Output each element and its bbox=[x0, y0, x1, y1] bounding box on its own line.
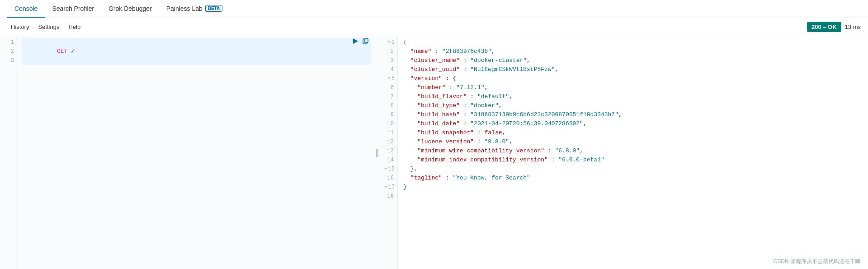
resp-line-1: { bbox=[403, 38, 863, 47]
settings-button[interactable]: Settings bbox=[34, 22, 63, 32]
editor-line-numbers: 1 2 3 bbox=[0, 36, 18, 269]
resp-line-7: "build_flavor" : "default", bbox=[403, 92, 863, 101]
watermark: CSDN @程序员不去敲代码还在干嘛 bbox=[773, 258, 861, 265]
panel-divider[interactable]: ‖ bbox=[375, 148, 379, 158]
resp-line-5: "version" : { bbox=[403, 74, 863, 83]
status-time: 13 ms bbox=[845, 24, 861, 30]
resp-line-9: "build_hash" : "3186837139b9c6b6d23c3200… bbox=[403, 110, 863, 119]
editor-line-3 bbox=[22, 74, 371, 83]
resp-line-13: "minimum_wire_compatibility_version" : "… bbox=[403, 146, 863, 156]
resp-line-num-12: 12 bbox=[375, 137, 397, 146]
editor-content[interactable]: 1 2 3 GET / bbox=[0, 36, 375, 269]
resp-line-num-5: ▾5 bbox=[375, 74, 397, 83]
resp-line-num-1: ▾1 bbox=[375, 38, 397, 47]
history-button[interactable]: History bbox=[7, 22, 33, 32]
run-icon[interactable] bbox=[352, 38, 359, 47]
resp-line-18 bbox=[403, 192, 863, 201]
response-code: { "name" : "2f883976c438", "cluster_name… bbox=[398, 36, 868, 269]
editor-line-2 bbox=[22, 65, 371, 74]
svg-marker-0 bbox=[353, 38, 358, 44]
resp-line-2: "name" : "2f883976c438", bbox=[403, 47, 863, 56]
resp-line-num-2: 2 bbox=[375, 47, 397, 56]
line-num-1: 1 bbox=[0, 38, 18, 47]
resp-line-num-7: 7 bbox=[375, 92, 397, 101]
copy-icon[interactable] bbox=[362, 38, 369, 47]
secondary-toolbar: History Settings Help 200 – OK 13 ms bbox=[0, 18, 868, 36]
resp-line-12: "lucene_version" : "8.8.0", bbox=[403, 137, 863, 146]
resp-line-3: "cluster_name" : "docker-cluster", bbox=[403, 56, 863, 65]
resp-line-num-8: 8 bbox=[375, 101, 397, 110]
resp-line-num-16: 16 bbox=[375, 174, 397, 183]
response-content: ▾1 2 3 4 ▾5 6 7 8 9 10 11 12 13 14 ▾15 bbox=[375, 36, 868, 269]
help-button[interactable]: Help bbox=[65, 22, 84, 32]
tab-search-profiler[interactable]: Search Profiler bbox=[45, 0, 101, 18]
tab-painless-lab[interactable]: Painless Lab BETA bbox=[159, 0, 230, 18]
resp-line-15: }, bbox=[403, 165, 863, 174]
resp-line-4: "cluster_uuid" : "Nu18wgmCSkWVt1BstP5Fzw… bbox=[403, 65, 863, 74]
editor-actions bbox=[352, 38, 369, 47]
editor-code[interactable]: GET / bbox=[18, 36, 375, 269]
right-response-panel: ▾1 2 3 4 ▾5 6 7 8 9 10 11 12 13 14 ▾15 bbox=[375, 36, 868, 269]
resp-line-14: "minimum_index_compatibility_version" : … bbox=[403, 156, 863, 165]
resp-line-num-10: 10 bbox=[375, 119, 397, 128]
resp-line-num-11: 11 bbox=[375, 128, 397, 137]
resp-line-num-3: 3 bbox=[375, 56, 397, 65]
resp-line-num-18: 18 bbox=[375, 192, 397, 201]
tab-bar: Console Search Profiler Grok Debugger Pa… bbox=[0, 0, 868, 18]
beta-badge: BETA bbox=[205, 5, 222, 12]
editor-area: 1 2 3 GET / bbox=[0, 36, 868, 269]
resp-line-10: "build_date" : "2021-04-20T20:56:39.0407… bbox=[403, 119, 863, 128]
tab-console[interactable]: Console bbox=[7, 0, 45, 18]
resp-line-num-9: 9 bbox=[375, 110, 397, 119]
resp-line-17: } bbox=[403, 183, 863, 192]
resp-line-16: "tagline" : "You Know, for Search" bbox=[403, 174, 863, 183]
resp-line-11: "build_snapshot" : false, bbox=[403, 128, 863, 137]
tab-grok-debugger[interactable]: Grok Debugger bbox=[101, 0, 159, 18]
line-num-2: 2 bbox=[0, 47, 18, 56]
resp-line-num-6: 6 bbox=[375, 83, 397, 92]
resp-line-8: "build_type" : "docker", bbox=[403, 101, 863, 110]
resp-line-6: "number" : "7.12.1", bbox=[403, 83, 863, 92]
svg-rect-1 bbox=[364, 38, 368, 42]
status-badge: 200 – OK bbox=[807, 22, 841, 32]
line-num-3: 3 bbox=[0, 56, 18, 65]
resp-line-num-4: 4 bbox=[375, 65, 397, 74]
left-editor-panel: 1 2 3 GET / bbox=[0, 36, 375, 269]
editor-line-1: GET / bbox=[22, 38, 371, 65]
resp-line-num-17: ▾17 bbox=[375, 183, 397, 192]
resp-line-num-15: ▾15 bbox=[375, 165, 397, 174]
